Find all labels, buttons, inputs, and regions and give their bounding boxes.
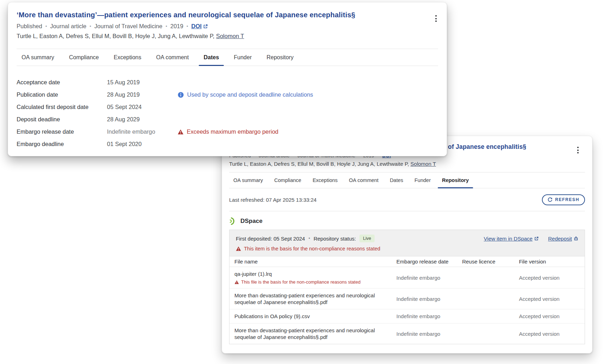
date-label: Deposit deadline: [17, 116, 107, 123]
repository-info-panel: First deposited: 05 Sept 2024 • Reposito…: [229, 230, 585, 256]
external-link-icon: [534, 236, 539, 241]
tab-oa-summary[interactable]: OA summary: [229, 172, 267, 188]
redeposit-link[interactable]: Redeposit: [548, 236, 578, 242]
date-value: Indefinite embargo: [107, 128, 178, 135]
author-link[interactable]: Solomon T: [411, 161, 436, 167]
item-warning: This item is the basis for the non-compl…: [236, 246, 578, 251]
info-note: Used by scope and deposit deadline calcu…: [178, 91, 313, 98]
col-header-version: File version: [519, 259, 585, 265]
date-label: Publication date: [17, 91, 107, 98]
file-table-header: File name Embargo release date Reuse lic…: [229, 256, 585, 267]
date-value: 28 Aug 2029: [107, 116, 178, 123]
tab-oa-comment[interactable]: OA comment: [345, 172, 383, 188]
publication-meta: Published• Journal article• Journal of T…: [17, 23, 438, 30]
doi-link[interactable]: DOI: [191, 23, 208, 30]
authors-line: Turtle L, Easton A, Defres S, Ellul M, B…: [17, 33, 438, 40]
file-name: Publications in OA policy (9).csv: [234, 313, 310, 319]
repository-status-label: Repository status:: [314, 236, 356, 242]
date-label: Calculated first deposit date: [17, 104, 107, 110]
date-row: Embargo deadline 01 Sept 2020: [17, 138, 438, 150]
embargo-cell: Indefinite embargo: [396, 331, 462, 337]
file-name: qa-jupiter (1).lrq: [234, 271, 272, 277]
pub-year: 2019: [171, 23, 184, 30]
dates-panel: Acceptance date 15 Aug 2019 Publication …: [17, 66, 438, 150]
journal-name: Journal of Travel Medicine: [94, 23, 162, 30]
date-value: 28 Aug 2019: [107, 91, 178, 98]
pub-type: Journal article: [50, 23, 86, 30]
date-row: Publication date 28 Aug 2019 Used by sco…: [17, 89, 438, 101]
tab-bar: OA summary Compliance Exceptions OA comm…: [17, 49, 438, 66]
refresh-icon: [548, 197, 553, 202]
warning-triangle-icon: [178, 129, 184, 135]
publication-card-dates: ‘More than devastating’—patient experien…: [8, 2, 447, 156]
refresh-button[interactable]: REFRESH: [542, 194, 585, 205]
kebab-menu-icon[interactable]: [434, 14, 438, 23]
external-link-icon: [203, 24, 208, 29]
table-row: Publications in OA policy (9).csv Indefi…: [229, 309, 585, 323]
date-row: Embargo release date Indefinite embargo …: [17, 126, 438, 138]
date-row: Deposit deadline 28 Aug 2029: [17, 113, 438, 126]
date-value: 01 Sept 2020: [107, 141, 178, 147]
version-cell: Accepted version: [519, 296, 585, 302]
tab-oa-comment[interactable]: OA comment: [151, 49, 193, 66]
tab-exceptions[interactable]: Exceptions: [308, 172, 342, 188]
file-warning: This file is the basis for the non-compl…: [234, 279, 389, 285]
status-text: Published: [17, 23, 42, 30]
tab-compliance[interactable]: Compliance: [270, 172, 306, 188]
last-refreshed-text: Last refreshed: 07 Apr 2025 13:33:24: [229, 197, 317, 203]
version-cell: Accepted version: [519, 275, 585, 281]
date-label: Acceptance date: [17, 79, 107, 86]
status-badge: Live: [359, 235, 375, 242]
tab-exceptions[interactable]: Exceptions: [109, 49, 146, 66]
embargo-cell: Indefinite embargo: [396, 313, 462, 319]
date-label: Embargo release date: [17, 128, 107, 135]
date-row: Acceptance date 15 Aug 2019: [17, 76, 438, 89]
table-row: qa-jupiter (1).lrq This file is the basi…: [229, 267, 585, 289]
provider-name: DSpace: [240, 218, 262, 225]
tab-repository[interactable]: Repository: [262, 49, 298, 66]
tab-bar: OA summary Compliance Exceptions OA comm…: [229, 172, 585, 188]
table-row: More than devastating-patient experience…: [229, 323, 585, 344]
file-name: More than devastating-patient experience…: [234, 327, 375, 340]
repository-provider-row: DSpace: [229, 217, 585, 225]
view-item-link[interactable]: View item in DSpace: [484, 236, 539, 242]
publication-title: ‘More than devastating’—patient experien…: [17, 2, 438, 19]
redeposit-upload-icon: [574, 236, 578, 241]
repository-details-box: First deposited: 05 Sept 2024 • Reposito…: [229, 230, 585, 344]
dspace-logo-icon: [229, 217, 237, 225]
col-header-licence: Reuse licence: [462, 259, 519, 265]
tab-funder[interactable]: Funder: [229, 49, 257, 66]
tab-compliance[interactable]: Compliance: [64, 49, 103, 66]
refresh-row: Last refreshed: 07 Apr 2025 13:33:24 REF…: [229, 188, 585, 211]
tab-repository[interactable]: Repository: [438, 172, 473, 188]
file-name: More than devastating-patient experience…: [234, 292, 375, 305]
embargo-cell: Indefinite embargo: [396, 296, 462, 302]
warning-note: Exceeds maximum embargo period: [178, 128, 279, 135]
warning-triangle-icon: [236, 246, 241, 251]
date-value: 15 Aug 2019: [107, 79, 178, 86]
tab-oa-summary[interactable]: OA summary: [17, 49, 59, 66]
tab-dates[interactable]: Dates: [199, 49, 224, 66]
authors-line: Turtle L, Easton A, Defres S, Ellul M, B…: [229, 161, 585, 167]
author-link[interactable]: Solomon T: [216, 33, 244, 39]
tab-dates[interactable]: Dates: [386, 172, 407, 188]
kebab-menu-icon[interactable]: [576, 145, 580, 155]
date-label: Embargo deadline: [17, 141, 107, 147]
version-cell: Accepted version: [519, 313, 585, 319]
embargo-cell: Indefinite embargo: [396, 275, 462, 281]
table-row: More than devastating-patient experience…: [229, 289, 585, 309]
date-value: 05 Sept 2024: [107, 104, 178, 110]
col-header-embargo: Embargo release date: [396, 259, 462, 265]
publication-card-repository: ‘More than devastating’—patient experien…: [222, 136, 592, 353]
warning-triangle-icon: [234, 280, 239, 284]
tab-funder[interactable]: Funder: [410, 172, 435, 188]
version-cell: Accepted version: [519, 331, 585, 337]
col-header-file-name: File name: [229, 259, 396, 265]
date-row: Calculated first deposit date 05 Sept 20…: [17, 101, 438, 113]
info-icon: [178, 92, 184, 98]
first-deposited-text: First deposited: 05 Sept 2024: [236, 236, 305, 242]
